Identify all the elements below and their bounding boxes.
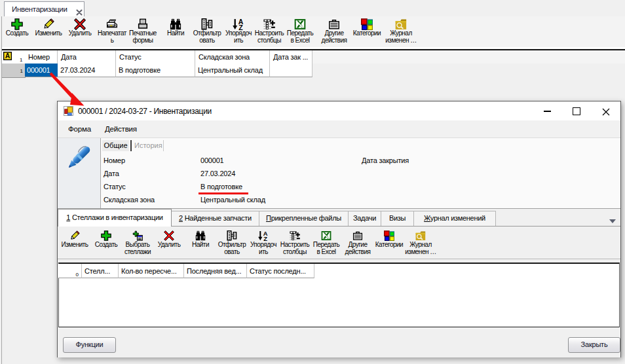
- svg-text:A: A: [5, 52, 10, 60]
- svg-text:Z: Z: [263, 235, 267, 241]
